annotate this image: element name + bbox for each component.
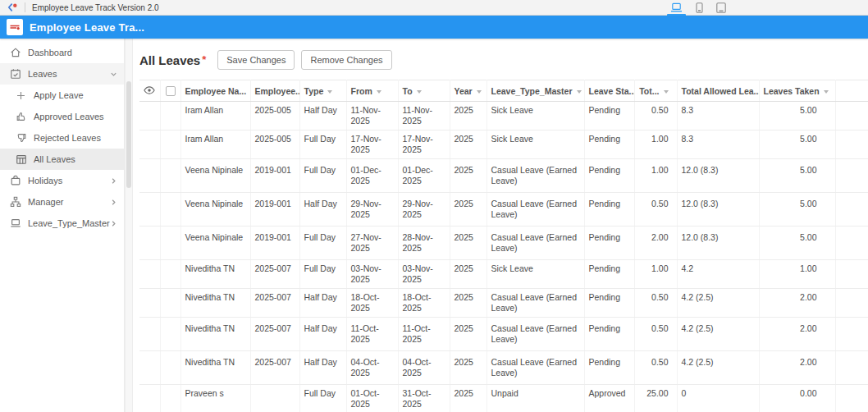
cell-leaves-taken[interactable]: 5.00 [759,130,835,159]
sidebar-item-all-leaves[interactable]: All Leaves [0,149,124,170]
cell-leave-status[interactable]: Pending [584,130,634,159]
cell-to-date[interactable]: 03-Nov-2025 [398,260,450,289]
column-header-to[interactable]: To [398,80,450,102]
cell-employee-id[interactable] [250,385,299,412]
cell-leave-type-master[interactable]: Casual Leave (Earned Leave) [487,351,584,385]
cell-year[interactable]: 2025 [450,318,487,351]
cell-type[interactable]: Half Day [299,351,346,385]
table-row[interactable]: Veena Nipinale 2019-001 Half Day 29-Nov-… [139,193,868,227]
phone-view-icon[interactable] [696,2,703,13]
scrollbar-thumb[interactable] [126,81,131,188]
cell-leave-status[interactable]: Pending [584,318,634,351]
cell-leaves-taken[interactable]: 2.00 [759,289,835,318]
cell-leaves-taken[interactable]: 5.00 [759,102,835,130]
sidebar-item-leaves[interactable]: Leaves [0,63,124,85]
cell-total[interactable]: 0.50 [634,193,677,227]
cell-year[interactable]: 2025 [450,289,487,318]
cell-leave-status[interactable]: Pending [584,159,634,193]
sidebar-item-dashboard[interactable]: Dashboard [0,42,124,63]
cell-type[interactable]: Half Day [299,289,346,318]
cell-year[interactable]: 2025 [450,351,487,385]
cell-employee-id[interactable]: 2019-001 [250,193,299,227]
cell-leaves-taken[interactable]: 5.00 [759,227,835,260]
cell-leave-type-master[interactable]: Casual Leave (Earned Leave) [487,289,584,318]
cell-total[interactable]: 1.00 [634,159,677,193]
cell-employee-name[interactable]: Veena Nipinale [180,227,250,260]
cell-year[interactable]: 2025 [450,260,487,289]
cell-employee-id[interactable]: 2025-005 [250,130,299,159]
cell-leave-status[interactable]: Pending [584,227,634,260]
table-row[interactable]: Iram Allan 2025-005 Half Day 11-Nov-2025… [139,102,868,130]
cell-total[interactable]: 0.50 [634,102,677,130]
cell-employee-id[interactable]: 2025-007 [250,351,299,385]
cell-from-date[interactable]: 01-Dec-2025 [346,159,398,193]
cell-from-date[interactable]: 04-Oct-2025 [346,351,398,385]
cell-to-date[interactable]: 31-Oct-2025 [398,385,450,412]
cell-leave-status[interactable]: Approved [584,385,634,412]
cell-total-allowed[interactable]: 12.0 (8.3) [677,227,759,260]
cell-from-date[interactable]: 29-Nov-2025 [346,193,398,227]
sidebar-item-manager[interactable]: Manager [0,191,124,213]
cell-to-date[interactable]: 29-Nov-2025 [398,193,450,227]
cell-total-allowed[interactable]: 4.2 (2.5) [677,318,759,351]
cell-employee-name[interactable]: Veena Nipinale [180,193,250,227]
cell-to-date[interactable]: 17-Nov-2025 [398,130,450,159]
cell-leave-type-master[interactable]: Casual Leave (Earned Leave) [487,227,584,260]
cell-leave-type-master[interactable]: Sick Leave [487,260,584,289]
cell-leave-type-master[interactable]: Sick Leave [487,130,584,159]
sidebar-item-rejected-leaves[interactable]: Rejected Leaves [0,127,124,149]
cell-leaves-taken[interactable]: 5.00 [759,193,835,227]
cell-total-allowed[interactable]: 4.2 [677,260,759,289]
show-hide-columns-button[interactable] [139,80,160,102]
cell-type[interactable]: Full Day [299,385,346,412]
cell-from-date[interactable]: 01-Oct-2025 [346,385,398,412]
cell-employee-id[interactable]: 2019-001 [250,159,299,193]
table-row[interactable]: Niveditha TN 2025-007 Half Day 11-Oct-20… [139,318,868,351]
cell-from-date[interactable]: 11-Oct-2025 [346,318,398,351]
table-row[interactable]: Praveen s Full Day 01-Oct-2025 31-Oct-20… [139,385,868,412]
cell-year[interactable]: 2025 [450,130,487,159]
cell-to-date[interactable]: 01-Dec-2025 [398,159,450,193]
tablet-view-icon[interactable] [716,2,726,13]
cell-total[interactable]: 1.00 [634,130,677,159]
cell-from-date[interactable]: 18-Oct-2025 [346,289,398,318]
save-changes-button[interactable]: Save Changes [217,50,295,70]
cell-leave-type-master[interactable]: Casual Leave (Earned Leave) [487,159,584,193]
cell-total[interactable]: 0.50 [634,351,677,385]
cell-year[interactable]: 2025 [450,102,487,130]
cell-leaves-taken[interactable]: 0.00 [759,385,835,412]
cell-total[interactable]: 1.00 [634,260,677,289]
cell-total-allowed[interactable]: 0 [677,385,759,412]
cell-total-allowed[interactable]: 4.2 (2.5) [677,289,759,318]
cell-leave-type-master[interactable]: Sick Leave [487,102,584,130]
cell-employee-name[interactable]: Praveen s [180,385,250,412]
cell-employee-id[interactable]: 2019-001 [250,227,299,260]
cell-type[interactable]: Half Day [299,193,346,227]
column-header-leaves-taken[interactable]: Leaves Taken [759,80,835,102]
cell-leave-status[interactable]: Pending [584,351,634,385]
cell-year[interactable]: 2025 [450,159,487,193]
cell-leaves-taken[interactable]: 2.00 [759,318,835,351]
table-row[interactable]: Niveditha TN 2025-007 Half Day 18-Oct-20… [139,289,868,318]
sidebar-item-holidays[interactable]: Holidays [0,170,124,191]
cell-to-date[interactable]: 11-Oct-2025 [398,318,450,351]
cell-type[interactable]: Full Day [299,227,346,260]
cell-total-allowed[interactable]: 12.0 (8.3) [677,193,759,227]
cell-from-date[interactable]: 03-Nov-2025 [346,260,398,289]
cell-to-date[interactable]: 04-Oct-2025 [398,351,450,385]
table-row[interactable]: Veena Nipinale 2019-001 Full Day 01-Dec-… [139,159,868,193]
cell-leave-type-master[interactable]: Casual Leave (Earned Leave) [487,318,584,351]
cell-employee-name[interactable]: Niveditha TN [180,289,250,318]
cell-employee-name[interactable]: Niveditha TN [180,260,250,289]
table-row[interactable]: Niveditha TN 2025-007 Full Day 03-Nov-20… [139,260,868,289]
column-header-total[interactable]: Tot... [634,80,677,102]
app-preview-icon[interactable] [7,2,18,13]
cell-type[interactable]: Full Day [299,260,346,289]
column-header-from[interactable]: From [346,80,398,102]
cell-year[interactable]: 2025 [450,193,487,227]
cell-leave-type-master[interactable]: Unpaid [487,385,584,412]
cell-year[interactable]: 2025 [450,227,487,260]
table-row[interactable]: Niveditha TN 2025-007 Half Day 04-Oct-20… [139,351,868,385]
cell-total[interactable]: 2.00 [634,227,677,260]
sidebar-item-leave-type-master[interactable]: Leave_Type_Master [0,213,124,234]
